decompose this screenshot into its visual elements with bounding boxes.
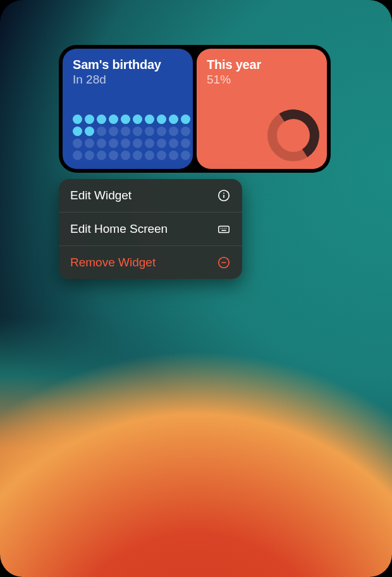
countdown-subtitle: In 28d	[73, 73, 183, 87]
countdown-dot	[85, 151, 94, 160]
countdown-dot	[109, 127, 118, 136]
widget-context-menu: Edit Widget Edit Home Screen	[59, 179, 242, 279]
menu-item-edit-widget[interactable]: Edit Widget	[59, 179, 242, 212]
countdown-dot	[181, 139, 190, 148]
countdown-dot	[157, 115, 166, 124]
countdown-dot	[157, 127, 166, 136]
countdown-dot	[133, 127, 142, 136]
menu-item-remove-widget[interactable]: Remove Widget	[59, 245, 242, 279]
countdown-dot	[145, 115, 154, 124]
countdown-dot	[169, 151, 178, 160]
year-progress-subtitle: 51%	[207, 73, 317, 87]
countdown-dot	[109, 115, 118, 124]
countdown-dot	[121, 151, 130, 160]
countdown-dot	[169, 115, 178, 124]
countdown-dot	[145, 139, 154, 148]
countdown-widget[interactable]: Sam's birthday In 28d	[63, 49, 193, 169]
minus-circle-icon	[217, 256, 231, 270]
countdown-dot	[145, 127, 154, 136]
widget-stack: Sam's birthday In 28d This year 51%	[59, 45, 331, 173]
svg-point-6	[224, 228, 224, 228]
countdown-dot	[85, 127, 94, 136]
countdown-dot	[97, 151, 106, 160]
year-progress-ring	[267, 109, 319, 161]
countdown-dot	[133, 139, 142, 148]
countdown-dot	[181, 127, 190, 136]
countdown-dot	[133, 115, 142, 124]
home-screen: Sam's birthday In 28d This year 51% Edit…	[0, 0, 392, 577]
countdown-dot	[97, 127, 106, 136]
countdown-dot	[85, 115, 94, 124]
keyboard-icon	[217, 222, 231, 236]
countdown-dot	[121, 127, 130, 136]
svg-point-2	[223, 192, 224, 194]
svg-point-4	[221, 228, 221, 228]
countdown-dot	[169, 127, 178, 136]
countdown-title: Sam's birthday	[73, 58, 183, 72]
countdown-dot	[73, 151, 82, 160]
countdown-dot	[157, 139, 166, 148]
countdown-dot	[169, 139, 178, 148]
year-progress-widget[interactable]: This year 51%	[197, 49, 327, 169]
countdown-dot	[97, 139, 106, 148]
countdown-dot	[109, 139, 118, 148]
svg-point-7	[226, 228, 226, 228]
countdown-dot	[181, 151, 190, 160]
countdown-dot-grid	[73, 115, 183, 161]
year-progress-title: This year	[207, 58, 317, 72]
countdown-dot	[121, 115, 130, 124]
countdown-dot	[133, 151, 142, 160]
menu-item-edit-home-screen[interactable]: Edit Home Screen	[59, 212, 242, 245]
info-circle-icon	[217, 189, 231, 202]
countdown-dot	[181, 115, 190, 124]
menu-item-label: Edit Home Screen	[70, 222, 168, 236]
countdown-dot	[97, 115, 106, 124]
countdown-dot	[157, 151, 166, 160]
menu-item-label: Edit Widget	[70, 189, 132, 202]
menu-item-label: Remove Widget	[70, 256, 156, 270]
countdown-dot	[121, 139, 130, 148]
svg-rect-3	[219, 226, 230, 232]
countdown-dot	[73, 127, 82, 136]
countdown-dot	[109, 151, 118, 160]
countdown-dot	[73, 139, 82, 148]
countdown-dot	[145, 151, 154, 160]
countdown-dot	[73, 115, 82, 124]
countdown-dot	[85, 139, 94, 148]
svg-point-5	[222, 228, 223, 228]
